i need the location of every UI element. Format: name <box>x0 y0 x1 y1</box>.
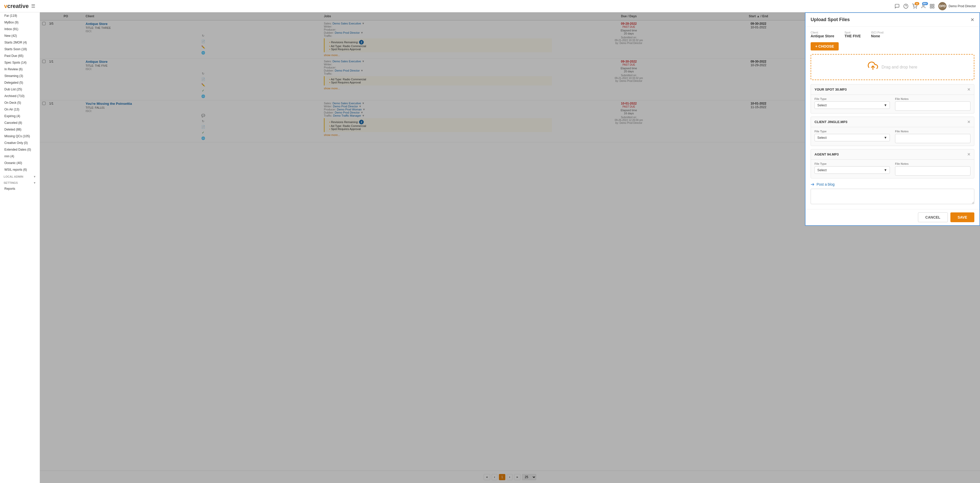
sidebar-item-dublist[interactable]: Dub List (25) <box>0 86 40 93</box>
sidebar-item-oceanic[interactable]: Oceanic (40) <box>0 159 40 166</box>
save-button[interactable]: SAVE <box>950 212 974 222</box>
file-type-select-1[interactable]: Select ▼ <box>815 102 890 109</box>
top-nav-icons: 22 99+ DPD Demo Prod Director <box>894 2 976 10</box>
modal-meta: Client: Antique Store Spot: THE FIVE ISC… <box>811 31 974 38</box>
upload-spot-files-modal: Upload Spot Files ✕ Client: Antique Stor… <box>805 12 980 226</box>
sidebar-item-archived[interactable]: Archived (710) <box>0 93 40 99</box>
drag-drop-text: Drag and drop here <box>882 65 918 70</box>
sidebar-section-localadmin[interactable]: Local Admin ▼ <box>0 173 40 179</box>
sidebar: Far (119) MyBox (9) Inbox (91) New (42) … <box>0 12 40 483</box>
modal-footer: CANCEL SAVE <box>805 209 980 225</box>
file-notes-input-3[interactable] <box>895 166 970 175</box>
svg-rect-5 <box>930 4 932 6</box>
sidebar-item-wsil[interactable]: WSIL reports (6) <box>0 166 40 173</box>
sidebar-item-specspots[interactable]: Spec Spots (14) <box>0 59 40 66</box>
menu-toggle-icon[interactable]: ☰ <box>31 3 35 9</box>
sidebar-item-extendeddates[interactable]: Extended Dates (0) <box>0 146 40 153</box>
sidebar-item-deleted[interactable]: Deleted (88) <box>0 126 40 133</box>
svg-rect-8 <box>932 6 934 8</box>
user-menu[interactable]: DPD Demo Prod Director <box>938 2 976 10</box>
file-row-1-header: YOUR SPOT 30.MP3 ✕ <box>811 84 974 95</box>
help-icon-btn[interactable] <box>903 3 908 9</box>
sidebar-item-creativeonly[interactable]: Creative Only (0) <box>0 140 40 146</box>
file-row-2-header: CLIENT JINGLE.MP3 ✕ <box>811 117 974 127</box>
file-notes-field-2: File Notes <box>895 130 970 143</box>
sidebar-item-startssoon[interactable]: Starts Soon (18) <box>0 46 40 53</box>
post-blog-textarea[interactable] <box>811 189 974 204</box>
svg-point-2 <box>914 8 914 8</box>
file-row-1-close-button[interactable]: ✕ <box>967 87 970 92</box>
sidebar-section-settings[interactable]: Settings ▼ <box>0 179 40 185</box>
file-row-2: CLIENT JINGLE.MP3 ✕ File Type Select ▼ <box>811 116 974 146</box>
cart-icon-btn[interactable]: 22 <box>912 3 917 9</box>
modal-close-button[interactable]: ✕ <box>970 18 974 22</box>
modal-isci: ISCI Prod: None <box>871 31 884 38</box>
sidebar-item-reports[interactable]: Reports <box>0 185 40 192</box>
file-notes-input-2[interactable] <box>895 134 970 143</box>
logo-area: vcreative ☰ <box>4 3 35 10</box>
post-blog-arrow-icon: ➜ <box>811 182 815 187</box>
file-type-field-3: File Type Select ▼ <box>815 162 890 175</box>
modal-overlay: Upload Spot Files ✕ Client: Antique Stor… <box>40 12 980 483</box>
file-notes-field-3: File Notes <box>895 162 970 175</box>
svg-point-3 <box>916 8 917 8</box>
sidebar-item-ondeck[interactable]: On Deck (5) <box>0 99 40 106</box>
grid-icon-btn[interactable] <box>929 3 935 9</box>
cancel-button[interactable]: CANCEL <box>918 212 948 222</box>
user-name-label: Demo Prod Director <box>948 4 976 8</box>
sidebar-item-far[interactable]: Far (119) <box>0 12 40 19</box>
modal-client: Client: Antique Store <box>811 31 834 38</box>
file-row-3-header: AGENT 94.MP3 ✕ <box>811 149 974 159</box>
sidebar-item-missingqcs[interactable]: Missing QCs (105) <box>0 133 40 140</box>
upload-cloud-icon <box>868 61 878 73</box>
sidebar-item-inreview[interactable]: In Review (6) <box>0 66 40 73</box>
modal-body: Client: Antique Store Spot: THE FIVE ISC… <box>805 27 980 209</box>
file-type-field-1: File Type Select ▼ <box>815 97 890 111</box>
sidebar-item-canceled[interactable]: Canceled (8) <box>0 120 40 126</box>
sidebar-item-onair[interactable]: On Air (13) <box>0 106 40 113</box>
modal-spot: Spot: THE FIVE <box>845 31 861 38</box>
sidebar-item-mybox[interactable]: MyBox (9) <box>0 19 40 26</box>
modal-title: Upload Spot Files <box>811 17 850 22</box>
file-type-select-2[interactable]: Select ▼ <box>815 134 890 141</box>
file-row-1-body: File Type Select ▼ File Notes <box>811 95 974 113</box>
file-type-field-2: File Type Select ▼ <box>815 130 890 143</box>
avatar: DPD <box>938 2 947 10</box>
sidebar-item-expiring[interactable]: Expiring (4) <box>0 113 40 120</box>
notifications-icon-btn[interactable]: 99+ <box>921 3 926 9</box>
sidebar-item-new[interactable]: New (42) <box>0 32 40 39</box>
file-row-1: YOUR SPOT 30.MP3 ✕ File Type Select ▼ <box>811 84 974 113</box>
svg-rect-6 <box>932 4 934 6</box>
file-notes-field-1: File Notes <box>895 97 970 111</box>
sidebar-item-starts2mor[interactable]: Starts 2MOR (4) <box>0 39 40 46</box>
main-layout: Far (119) MyBox (9) Inbox (91) New (42) … <box>0 12 980 483</box>
file-row-3-close-button[interactable]: ✕ <box>967 152 970 157</box>
cart-badge: 22 <box>915 2 919 5</box>
sidebar-item-pastdue[interactable]: Past Due (65) <box>0 53 40 59</box>
post-blog-label: Post a blog <box>816 182 835 187</box>
file-row-3-body: File Type Select ▼ File Notes <box>811 159 974 178</box>
file-row-2-close-button[interactable]: ✕ <box>967 120 970 124</box>
file-type-select-3[interactable]: Select ▼ <box>815 166 890 174</box>
top-nav: vcreative ☰ 22 99+ DPD Demo Prod Directo… <box>0 0 980 12</box>
drag-drop-area[interactable]: Drag and drop here <box>811 54 974 80</box>
chat-icon-btn[interactable] <box>894 3 900 9</box>
svg-rect-7 <box>930 6 932 8</box>
main-content: PO Client Jobs Due / Days Start ▲ / End … <box>40 12 980 483</box>
choose-files-button[interactable]: + CHOOSE <box>811 42 839 51</box>
modal-header: Upload Spot Files ✕ <box>805 13 980 27</box>
file-notes-input-1[interactable] <box>895 102 970 111</box>
sidebar-item-nnn[interactable]: nnn (4) <box>0 153 40 159</box>
file-row-3: AGENT 94.MP3 ✕ File Type Select ▼ <box>811 149 974 179</box>
file-row-2-body: File Type Select ▼ File Notes <box>811 127 974 146</box>
post-blog-section: ➜ Post a blog <box>811 182 974 205</box>
logo: vcreative <box>4 3 29 10</box>
notifications-badge: 99+ <box>922 2 928 5</box>
sidebar-item-delegated[interactable]: Delegated (5) <box>0 79 40 86</box>
sidebar-item-inbox[interactable]: Inbox (91) <box>0 26 40 32</box>
sidebar-item-streaming[interactable]: Streaming (3) <box>0 73 40 79</box>
